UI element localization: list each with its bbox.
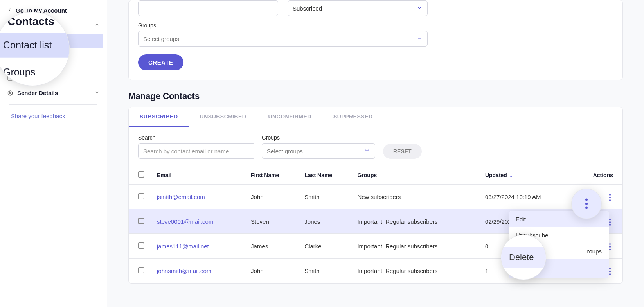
table-row: jsmith@email.com John Smith New subscrib… [129,185,622,209]
col-actions: Actions [574,166,622,185]
cell-first-name: James [246,234,300,259]
tab-unconfirmed[interactable]: UNCONFIRMED [257,107,322,127]
groups-label: Groups [138,22,439,29]
row-checkbox[interactable] [138,267,144,273]
cell-first-name: Steven [246,209,300,234]
contact-email-link[interactable]: jsmith@email.com [157,194,205,200]
filter-groups-label: Groups [262,135,375,141]
cell-updated: 03/27/2024 10:19 AM [480,185,574,209]
zoom-delete-callout: Delete [501,235,546,280]
nav-sender-details-label: Sender Details [17,90,58,96]
nav-sender-details[interactable]: Sender Details [0,85,107,101]
row-actions-menu[interactable] [607,192,613,203]
cell-first-name: John [246,185,300,209]
row-checkbox[interactable] [138,193,144,199]
manage-contacts-title: Manage Contacts [128,91,623,101]
chevron-down-icon [416,35,423,43]
search-input[interactable] [143,148,250,154]
col-first-name[interactable]: First Name [246,166,300,185]
filter-groups-placeholder: Select groups [267,148,303,154]
zoom-contacts-label: Contacts [7,15,54,28]
filter-groups-select[interactable]: Select groups [262,143,375,159]
sidebar-divider [9,104,97,105]
back-arrow-icon [7,7,13,14]
tab-unsubscribed[interactable]: UNSUBSCRIBED [189,107,257,127]
chevron-down-icon [364,147,370,155]
create-contact-card: Subscribed Groups Select groups CREATE [128,0,623,80]
kebab-icon [582,195,591,213]
chevron-down-icon [416,5,423,12]
contact-email-link[interactable]: steve0001@mail.com [157,218,213,225]
zoom-delete-label: Delete [501,247,546,268]
sort-desc-icon: ↓ [509,172,513,178]
search-label: Search [138,135,255,141]
contact-email-link[interactable]: johnsmith@mail.com [157,268,211,274]
reset-button[interactable]: RESET [383,144,422,159]
search-input-wrapper [138,143,255,159]
chevron-up-icon [94,22,100,29]
cell-groups: Important, Regular subscribers [353,234,480,259]
cell-last-name: Smith [300,259,353,283]
col-updated[interactable]: Updated↓ [480,166,574,185]
col-email[interactable]: Email [152,166,246,185]
cell-last-name: Jones [300,209,353,234]
row-checkbox[interactable] [138,218,144,224]
create-input[interactable] [138,0,278,16]
svg-point-6 [9,92,11,94]
gear-icon [7,90,13,96]
status-select[interactable]: Subscribed [288,0,428,16]
cell-last-name: Smith [300,185,353,209]
zoom-kebab-callout [571,189,602,219]
status-select-value: Subscribed [293,5,322,12]
cell-last-name: Clarke [300,234,353,259]
chevron-down-icon [94,90,100,96]
cell-groups: Important, Regular subscribers [353,209,480,234]
share-feedback-link[interactable]: Share your feedback [0,109,107,123]
zoom-contact-list: Contact list [0,33,70,58]
col-last-name[interactable]: Last Name [300,166,353,185]
cell-groups: Important, Regular subscribers [353,259,480,283]
tab-suppressed[interactable]: SUPPRESSED [322,107,384,127]
row-checkbox[interactable] [138,242,144,249]
col-groups[interactable]: Groups [353,166,480,185]
tab-subscribed[interactable]: SUBSCRIBED [129,107,189,127]
contact-email-link[interactable]: james111@mail.net [157,243,209,250]
cell-groups: New subscribers [353,185,480,209]
groups-select[interactable]: Select groups [138,31,428,47]
select-all-checkbox[interactable] [138,171,144,178]
groups-select-placeholder: Select groups [143,36,179,42]
cell-first-name: John [246,259,300,283]
status-tabs: SUBSCRIBED UNSUBSCRIBED UNCONFIRMED SUPP… [129,107,622,127]
create-button[interactable]: CREATE [138,54,183,70]
